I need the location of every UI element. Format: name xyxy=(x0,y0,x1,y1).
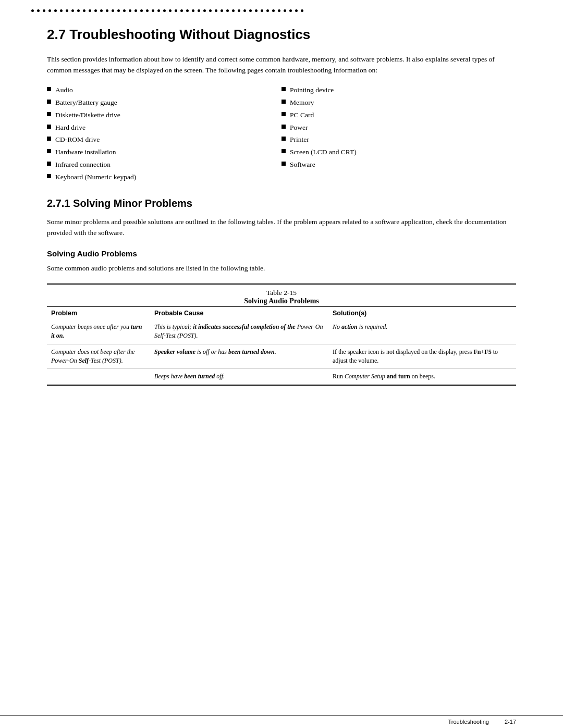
list-item: Pointing device xyxy=(282,85,516,95)
dot xyxy=(221,9,223,12)
dot xyxy=(71,9,74,12)
list-item-label: CD-ROM drive xyxy=(55,135,100,145)
list-item: CD-ROM drive xyxy=(47,135,282,145)
bullet-icon xyxy=(47,125,51,129)
dot xyxy=(163,9,166,12)
dot xyxy=(146,9,149,12)
dot xyxy=(106,9,108,12)
page-content: 2.7 Troubleshooting Without Diagnostics … xyxy=(0,21,563,427)
list-item-label: Keyboard (Numeric keypad) xyxy=(55,172,136,182)
dot xyxy=(209,9,212,12)
table-cell-solution: No action is required. xyxy=(328,319,516,344)
table-cell-cause: This is typical; it indicates successful… xyxy=(150,319,328,344)
dot xyxy=(100,9,103,12)
bullet-icon xyxy=(282,112,286,116)
list-item: Diskette/Diskette drive xyxy=(47,110,282,120)
dotted-border xyxy=(0,0,563,21)
audio-problems-table: Problem Probable Cause Solution(s) Compu… xyxy=(47,306,516,385)
dot xyxy=(249,9,252,12)
dot xyxy=(192,9,194,12)
table-row: Computer beeps once after you turn it on… xyxy=(47,319,516,344)
table-cell-cause: Beeps have been turned off. xyxy=(150,369,328,385)
bullet-col-right: Pointing device Memory PC Card Power Pri… xyxy=(282,85,516,185)
bullet-col-left: Audio Battery/Battery gauge Diskette/Dis… xyxy=(47,85,282,185)
bullet-icon xyxy=(282,87,286,91)
dot xyxy=(117,9,120,12)
list-item: Power xyxy=(282,123,516,133)
dot xyxy=(226,9,229,12)
dot xyxy=(157,9,160,12)
list-item: PC Card xyxy=(282,110,516,120)
list-item: Printer xyxy=(282,135,516,145)
footer-page: 2-17 xyxy=(505,719,516,725)
list-item-label: Hard drive xyxy=(55,123,85,133)
dot xyxy=(89,9,91,12)
dot xyxy=(289,9,292,12)
intro-paragraph: This section provides information about … xyxy=(47,54,516,76)
dot xyxy=(238,9,240,12)
dot xyxy=(48,9,51,12)
table-row: Computer does not beep after the Power-O… xyxy=(47,344,516,369)
dot xyxy=(215,9,217,12)
section-271-title: 2.7.1 Solving Minor Problems xyxy=(47,198,516,209)
table-caption: Table 2-15 Solving Audio Problems xyxy=(47,285,516,306)
dot xyxy=(66,9,68,12)
dot xyxy=(134,9,137,12)
table-cell-solution: If the speaker icon is not displayed on … xyxy=(328,344,516,369)
table-cell-problem xyxy=(47,369,150,385)
bullet-icon xyxy=(282,149,286,153)
list-item-label: Infrared connection xyxy=(55,160,111,170)
dot xyxy=(83,9,85,12)
list-item: Screen (LCD and CRT) xyxy=(282,147,516,157)
dot xyxy=(284,9,286,12)
subsection-audio-title: Solving Audio Problems xyxy=(47,249,516,258)
dot xyxy=(140,9,143,12)
footer-text: Troubleshooting 2-17 xyxy=(448,719,516,725)
bullet-icon xyxy=(282,162,286,166)
audio-problems-table-wrapper: Table 2-15 Solving Audio Problems Proble… xyxy=(47,283,516,386)
bullet-icon xyxy=(47,149,51,153)
col-header-problem: Problem xyxy=(47,306,150,319)
dot xyxy=(43,9,45,12)
list-item: Hardware installation xyxy=(47,147,282,157)
dot xyxy=(112,9,114,12)
table-cell-problem: Computer does not beep after the Power-O… xyxy=(47,344,150,369)
bullet-icon xyxy=(282,125,286,129)
dot xyxy=(180,9,183,12)
col-header-cause: Probable Cause xyxy=(150,306,328,319)
list-item: Hard drive xyxy=(47,123,282,133)
dot xyxy=(261,9,263,12)
list-item: Audio xyxy=(47,85,282,95)
list-item-label: Pointing device xyxy=(290,85,334,95)
list-item-label: Battery/Battery gauge xyxy=(55,98,117,108)
bullet-icon xyxy=(47,174,51,178)
list-item-label: Printer xyxy=(290,135,309,145)
dot xyxy=(278,9,280,12)
bullet-icon xyxy=(282,137,286,141)
bullet-icon xyxy=(47,100,51,104)
list-item-label: Audio xyxy=(55,85,73,95)
dot xyxy=(255,9,258,12)
dot xyxy=(186,9,189,12)
dot xyxy=(152,9,154,12)
dot xyxy=(77,9,80,12)
list-item-label: Diskette/Diskette drive xyxy=(55,110,120,120)
col-header-solution: Solution(s) xyxy=(328,306,516,319)
table-caption-title: Solving Audio Problems xyxy=(47,297,516,305)
list-item-label: PC Card xyxy=(290,110,314,120)
section-271-body: Some minor problems and possible solutio… xyxy=(47,217,516,239)
dot xyxy=(266,9,269,12)
table-cell-solution: Run Computer Setup and turn on beeps. xyxy=(328,369,516,385)
bullet-icon xyxy=(47,87,51,91)
dot xyxy=(37,9,40,12)
bullet-icon xyxy=(47,137,51,141)
dot xyxy=(175,9,177,12)
list-item: Keyboard (Numeric keypad) xyxy=(47,172,282,182)
list-item: Software xyxy=(282,160,516,170)
list-item-label: Software xyxy=(290,160,315,170)
dot xyxy=(295,9,298,12)
bullet-icon xyxy=(282,100,286,104)
list-item: Battery/Battery gauge xyxy=(47,98,282,108)
table-header-row: Problem Probable Cause Solution(s) xyxy=(47,306,516,319)
dot xyxy=(94,9,97,12)
